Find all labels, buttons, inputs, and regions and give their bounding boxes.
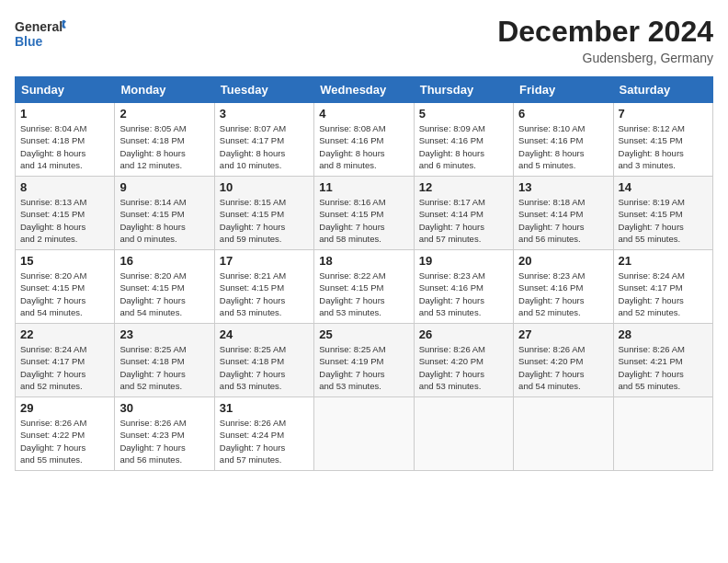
calendar-cell: 22Sunrise: 8:24 AM Sunset: 4:17 PM Dayli… [16,324,115,397]
calendar-cell: 17Sunrise: 8:21 AM Sunset: 4:15 PM Dayli… [214,250,313,324]
day-info: Sunrise: 8:21 AM Sunset: 4:15 PM Dayligh… [220,270,309,318]
day-number: 21 [619,254,708,268]
calendar-cell: 25Sunrise: 8:25 AM Sunset: 4:19 PM Dayli… [314,324,414,397]
day-number: 30 [119,401,209,415]
day-number: 31 [220,401,309,415]
day-info: Sunrise: 8:25 AM Sunset: 4:18 PM Dayligh… [119,343,209,392]
day-number: 1 [20,107,109,121]
day-info: Sunrise: 8:17 AM Sunset: 4:14 PM Dayligh… [419,196,508,245]
day-number: 20 [518,254,608,268]
day-number: 24 [220,327,309,341]
day-info: Sunrise: 8:26 AM Sunset: 4:20 PM Dayligh… [518,343,608,392]
day-info: Sunrise: 8:10 AM Sunset: 4:16 PM Dayligh… [518,122,608,171]
calendar-cell [613,397,712,471]
logo: GeneralBlue [15,15,70,52]
calendar-table: SundayMondayTuesdayWednesdayThursdayFrid… [15,76,713,471]
calendar-cell: 24Sunrise: 8:25 AM Sunset: 4:18 PM Dayli… [214,324,313,397]
calendar-cell: 5Sunrise: 8:09 AM Sunset: 4:16 PM Daylig… [414,103,513,177]
calendar-cell: 23Sunrise: 8:25 AM Sunset: 4:18 PM Dayli… [115,324,214,397]
calendar-cell: 26Sunrise: 8:26 AM Sunset: 4:20 PM Dayli… [414,324,513,397]
calendar-cell: 31Sunrise: 8:26 AM Sunset: 4:24 PM Dayli… [214,397,313,471]
day-number: 26 [419,327,508,341]
calendar-cell: 28Sunrise: 8:26 AM Sunset: 4:21 PM Dayli… [613,324,712,397]
day-number: 7 [619,107,708,121]
day-number: 10 [220,180,309,194]
calendar-cell [514,397,613,471]
day-info: Sunrise: 8:26 AM Sunset: 4:24 PM Dayligh… [220,417,309,465]
day-number: 29 [20,401,109,415]
day-info: Sunrise: 8:23 AM Sunset: 4:16 PM Dayligh… [419,270,508,318]
day-info: Sunrise: 8:09 AM Sunset: 4:16 PM Dayligh… [419,122,508,171]
day-info: Sunrise: 8:13 AM Sunset: 4:15 PM Dayligh… [20,196,109,245]
calendar-cell [414,397,513,471]
calendar-cell: 11Sunrise: 8:16 AM Sunset: 4:15 PM Dayli… [314,177,414,250]
calendar-cell: 20Sunrise: 8:23 AM Sunset: 4:16 PM Dayli… [514,250,613,324]
calendar-cell: 6Sunrise: 8:10 AM Sunset: 4:16 PM Daylig… [514,103,613,177]
day-number: 16 [119,254,209,268]
day-info: Sunrise: 8:08 AM Sunset: 4:16 PM Dayligh… [319,122,408,171]
day-info: Sunrise: 8:24 AM Sunset: 4:17 PM Dayligh… [20,343,109,392]
day-info: Sunrise: 8:25 AM Sunset: 4:18 PM Dayligh… [220,343,309,392]
svg-text:General: General [15,19,63,34]
calendar-cell: 4Sunrise: 8:08 AM Sunset: 4:16 PM Daylig… [314,103,414,177]
calendar-cell: 7Sunrise: 8:12 AM Sunset: 4:15 PM Daylig… [613,103,712,177]
calendar-cell: 30Sunrise: 8:26 AM Sunset: 4:23 PM Dayli… [115,397,214,471]
day-number: 2 [119,107,209,121]
day-number: 8 [20,180,109,194]
day-info: Sunrise: 8:14 AM Sunset: 4:15 PM Dayligh… [119,196,209,245]
col-header-saturday: Saturday [613,77,712,103]
day-number: 13 [518,180,608,194]
day-info: Sunrise: 8:05 AM Sunset: 4:18 PM Dayligh… [119,122,209,171]
day-number: 11 [319,180,408,194]
calendar-cell: 19Sunrise: 8:23 AM Sunset: 4:16 PM Dayli… [414,250,513,324]
calendar-cell: 3Sunrise: 8:07 AM Sunset: 4:17 PM Daylig… [214,103,313,177]
calendar-cell: 14Sunrise: 8:19 AM Sunset: 4:15 PM Dayli… [613,177,712,250]
day-number: 18 [319,254,408,268]
col-header-tuesday: Tuesday [214,77,313,103]
calendar-cell: 9Sunrise: 8:14 AM Sunset: 4:15 PM Daylig… [115,177,214,250]
day-info: Sunrise: 8:04 AM Sunset: 4:18 PM Dayligh… [20,122,109,171]
day-info: Sunrise: 8:15 AM Sunset: 4:15 PM Dayligh… [220,196,309,245]
day-info: Sunrise: 8:07 AM Sunset: 4:17 PM Dayligh… [220,122,309,171]
calendar-cell: 15Sunrise: 8:20 AM Sunset: 4:15 PM Dayli… [16,250,115,324]
col-header-thursday: Thursday [414,77,513,103]
calendar-cell: 18Sunrise: 8:22 AM Sunset: 4:15 PM Dayli… [314,250,414,324]
calendar-cell: 16Sunrise: 8:20 AM Sunset: 4:15 PM Dayli… [115,250,214,324]
day-number: 28 [619,327,708,341]
day-info: Sunrise: 8:20 AM Sunset: 4:15 PM Dayligh… [20,270,109,318]
day-number: 27 [518,327,608,341]
calendar-cell: 2Sunrise: 8:05 AM Sunset: 4:18 PM Daylig… [115,103,214,177]
title-block: December 2024 Gudensberg, Germany [497,15,713,65]
day-info: Sunrise: 8:26 AM Sunset: 4:22 PM Dayligh… [20,417,109,465]
day-number: 22 [20,327,109,341]
day-number: 17 [220,254,309,268]
calendar-cell: 21Sunrise: 8:24 AM Sunset: 4:17 PM Dayli… [613,250,712,324]
col-header-wednesday: Wednesday [314,77,414,103]
day-number: 5 [419,107,508,121]
logo-svg: GeneralBlue [15,15,70,52]
svg-text:Blue: Blue [15,34,43,49]
day-number: 4 [319,107,408,121]
day-info: Sunrise: 8:18 AM Sunset: 4:14 PM Dayligh… [518,196,608,245]
day-number: 6 [518,107,608,121]
day-info: Sunrise: 8:26 AM Sunset: 4:21 PM Dayligh… [619,343,708,392]
location-subtitle: Gudensberg, Germany [497,51,713,65]
day-info: Sunrise: 8:26 AM Sunset: 4:20 PM Dayligh… [419,343,508,392]
day-number: 23 [119,327,209,341]
calendar-cell: 10Sunrise: 8:15 AM Sunset: 4:15 PM Dayli… [214,177,313,250]
month-year-title: December 2024 [497,15,713,49]
calendar-cell: 8Sunrise: 8:13 AM Sunset: 4:15 PM Daylig… [16,177,115,250]
col-header-sunday: Sunday [16,77,115,103]
day-info: Sunrise: 8:19 AM Sunset: 4:15 PM Dayligh… [619,196,708,245]
page-header: GeneralBlue December 2024 Gudensberg, Ge… [15,15,713,65]
day-info: Sunrise: 8:22 AM Sunset: 4:15 PM Dayligh… [319,270,408,318]
calendar-cell: 12Sunrise: 8:17 AM Sunset: 4:14 PM Dayli… [414,177,513,250]
day-number: 12 [419,180,508,194]
day-info: Sunrise: 8:12 AM Sunset: 4:15 PM Dayligh… [619,122,708,171]
day-info: Sunrise: 8:16 AM Sunset: 4:15 PM Dayligh… [319,196,408,245]
calendar-cell [314,397,414,471]
day-number: 3 [220,107,309,121]
calendar-cell: 13Sunrise: 8:18 AM Sunset: 4:14 PM Dayli… [514,177,613,250]
day-number: 14 [619,180,708,194]
day-number: 15 [20,254,109,268]
